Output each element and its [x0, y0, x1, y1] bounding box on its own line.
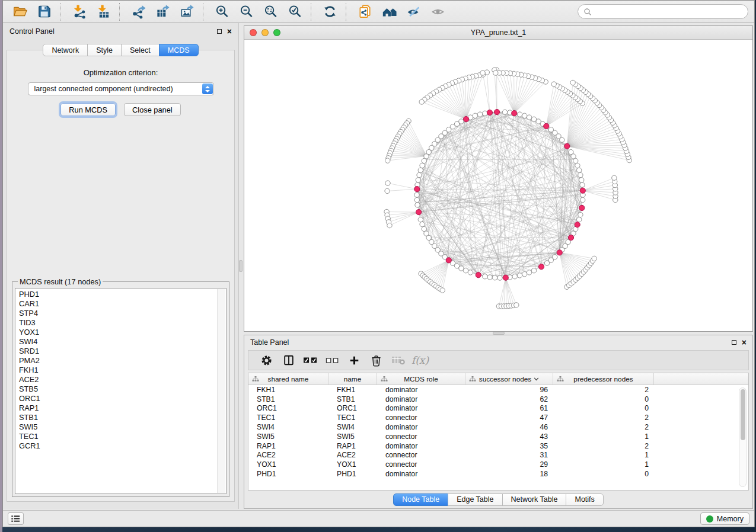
select-all-icon[interactable]: [299, 352, 321, 368]
export-image-icon[interactable]: [176, 2, 198, 21]
cell-name[interactable]: PHD1: [328, 470, 377, 478]
cell-MCDS-role[interactable]: dominator: [377, 423, 465, 431]
cell-successor-nodes[interactable]: 29: [465, 460, 553, 469]
search-field[interactable]: [578, 4, 748, 19]
network-node[interactable]: [483, 111, 487, 116]
network-node[interactable]: [580, 182, 585, 187]
network-node[interactable]: [416, 178, 420, 182]
panel-splitter[interactable]: [238, 23, 243, 509]
table-tab-motifs[interactable]: Motifs: [566, 493, 603, 506]
cell-successor-nodes[interactable]: 96: [465, 386, 553, 394]
close-panel-button[interactable]: Close panel: [124, 103, 181, 116]
mcds-result-item[interactable]: TEC1: [19, 432, 226, 441]
mcds-hub-node[interactable]: [580, 188, 585, 193]
network-node[interactable]: [418, 168, 423, 172]
tab-network[interactable]: Network: [43, 44, 88, 56]
mcds-result-item[interactable]: STB5: [19, 384, 226, 394]
duplicate-network-icon[interactable]: [354, 2, 376, 21]
network-node[interactable]: [579, 178, 584, 182]
mcds-hub-node[interactable]: [579, 205, 585, 210]
cell-shared-name[interactable]: PHD1: [248, 470, 328, 478]
table-tab-node-table[interactable]: Node Table: [393, 493, 448, 506]
refresh-layout-icon[interactable]: [319, 2, 341, 21]
cell-name[interactable]: RAP1: [328, 442, 377, 450]
tab-select[interactable]: Select: [121, 44, 160, 56]
cell-name[interactable]: SWI5: [328, 432, 377, 441]
table-row[interactable]: SWI5SWI5connector431: [248, 432, 748, 441]
task-history-button[interactable]: [8, 512, 24, 525]
network-node[interactable]: [517, 112, 522, 117]
mcds-result-item[interactable]: FKH1: [19, 366, 226, 375]
network-node[interactable]: [592, 256, 596, 261]
cell-predecessor-nodes[interactable]: 1: [553, 460, 654, 469]
zoom-selected-icon[interactable]: [284, 2, 306, 21]
tab-style[interactable]: Style: [87, 44, 122, 56]
mcds-hub-node[interactable]: [575, 222, 580, 227]
mcds-hub-node[interactable]: [538, 264, 544, 270]
cell-successor-nodes[interactable]: 47: [465, 414, 553, 422]
network-node[interactable]: [468, 270, 473, 275]
import-network-icon[interactable]: [68, 2, 90, 21]
network-node[interactable]: [492, 275, 497, 280]
import-table-icon[interactable]: [92, 2, 114, 21]
network-node[interactable]: [477, 112, 482, 117]
network-node[interactable]: [575, 163, 580, 168]
network-node[interactable]: [531, 268, 536, 273]
export-network-icon[interactable]: [127, 2, 149, 21]
cell-MCDS-role[interactable]: dominator: [377, 386, 465, 394]
table-row[interactable]: PHD1PHD1dominator180: [248, 469, 748, 479]
network-node[interactable]: [612, 175, 617, 180]
cell-shared-name[interactable]: STB1: [248, 395, 328, 403]
splitter-grip[interactable]: [493, 332, 505, 335]
table-row[interactable]: SWI4SWI4dominator462: [248, 422, 748, 432]
mcds-hub-node[interactable]: [564, 143, 570, 149]
cell-shared-name[interactable]: ORC1: [248, 404, 328, 412]
table-tab-edge-table[interactable]: Edge Table: [448, 493, 502, 506]
cell-shared-name[interactable]: ACE2: [248, 451, 328, 459]
node-table[interactable]: shared namenameMCDS rolesuccessor nodesp…: [248, 373, 749, 491]
show-all-icon[interactable]: [427, 2, 449, 21]
network-node[interactable]: [570, 80, 575, 85]
home-icon[interactable]: [378, 2, 400, 21]
float-panel-icon[interactable]: [217, 29, 222, 34]
mcds-result-item[interactable]: PMA2: [19, 356, 226, 366]
column-header-name[interactable]: name: [328, 373, 377, 384]
column-header-shared-name[interactable]: shared name: [248, 373, 328, 384]
cell-MCDS-role[interactable]: dominator: [377, 442, 465, 450]
network-node[interactable]: [424, 154, 429, 159]
minimize-window-icon[interactable]: [261, 29, 269, 36]
cell-name[interactable]: FKH1: [328, 386, 377, 394]
mcds-result-item[interactable]: CAR1: [19, 299, 226, 309]
scrollbar-thumb[interactable]: [741, 389, 745, 440]
float-panel-icon[interactable]: [732, 340, 736, 345]
network-node[interactable]: [527, 115, 531, 120]
mcds-result-item[interactable]: STP4: [19, 309, 226, 318]
network-node[interactable]: [573, 158, 578, 163]
table-tab-network-table[interactable]: Network Table: [502, 493, 567, 506]
network-node[interactable]: [553, 255, 557, 259]
cell-successor-nodes[interactable]: 35: [465, 442, 553, 450]
network-node[interactable]: [514, 303, 519, 307]
cell-shared-name[interactable]: SWI5: [248, 432, 328, 441]
network-node[interactable]: [480, 70, 485, 75]
splitter-grip[interactable]: [239, 260, 243, 272]
mcds-hub-node[interactable]: [487, 110, 492, 115]
cell-name[interactable]: SWI4: [328, 423, 377, 431]
network-node[interactable]: [531, 117, 536, 121]
table-splitter[interactable]: [244, 332, 753, 335]
tab-mcds[interactable]: MCDS: [159, 44, 199, 56]
network-node[interactable]: [578, 172, 583, 177]
table-row[interactable]: FKH1FKH1dominator962: [248, 385, 748, 395]
network-node[interactable]: [512, 274, 517, 279]
network-node[interactable]: [420, 222, 425, 226]
cell-predecessor-nodes[interactable]: 2: [553, 423, 654, 431]
network-node[interactable]: [387, 223, 392, 227]
network-node[interactable]: [422, 158, 426, 163]
mcds-hub-node[interactable]: [464, 117, 469, 122]
mcds-hub-node[interactable]: [544, 123, 549, 129]
column-header-predecessor-nodes[interactable]: predecessor nodes: [553, 373, 654, 384]
cell-successor-nodes[interactable]: 46: [465, 423, 553, 431]
cell-predecessor-nodes[interactable]: 0: [553, 404, 654, 412]
cell-MCDS-role[interactable]: connector: [377, 460, 465, 469]
network-node[interactable]: [420, 163, 425, 168]
